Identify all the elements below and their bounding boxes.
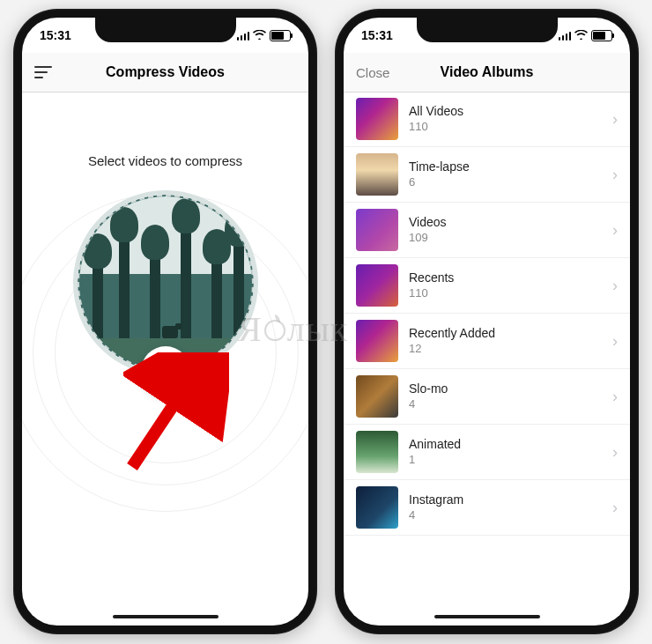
album-count: 110 <box>409 286 602 300</box>
cellular-signal-icon <box>559 31 572 41</box>
album-list: All Videos110›Time-lapse6›Videos109›Rece… <box>344 92 630 536</box>
navbar-compress: Compress Videos <box>22 53 308 93</box>
album-text: Time-lapse6 <box>409 159 602 189</box>
album-thumbnail <box>356 264 398 307</box>
album-thumbnail <box>356 486 398 529</box>
select-area: Select videos to compress + Get the Pro … <box>22 92 308 625</box>
screen-compress: 15:31 Compress Videos <box>22 18 308 625</box>
album-name: Slo-mo <box>409 381 602 397</box>
chevron-right-icon: › <box>612 443 618 462</box>
album-row[interactable]: All Videos110› <box>344 92 630 147</box>
album-thumbnail <box>356 98 398 140</box>
chevron-right-icon: › <box>612 388 618 406</box>
select-videos-label: Select videos to compress <box>88 153 242 168</box>
album-text: Videos109 <box>409 215 602 245</box>
phone-compress: 15:31 Compress Videos <box>13 9 317 634</box>
notch <box>95 18 236 42</box>
hamburger-icon <box>34 66 52 78</box>
battery-icon <box>270 30 291 41</box>
album-thumbnail <box>356 153 398 196</box>
album-count: 4 <box>409 397 602 411</box>
plus-icon: + <box>158 356 174 386</box>
forest-illustration[interactable] <box>78 195 254 371</box>
home-indicator[interactable] <box>113 615 219 618</box>
navbar-albums: Close Video Albums <box>344 53 630 93</box>
chevron-right-icon: › <box>612 277 618 295</box>
album-row[interactable]: Recently Added12› <box>344 314 630 369</box>
album-thumbnail <box>356 431 398 473</box>
album-name: Instagram <box>409 492 602 508</box>
add-videos-button[interactable]: + <box>141 346 190 396</box>
chevron-right-icon: › <box>612 166 618 184</box>
album-count: 109 <box>409 231 602 245</box>
cellular-signal-icon <box>237 31 250 41</box>
album-row[interactable]: Animated1› <box>344 425 630 480</box>
menu-button[interactable] <box>34 66 52 78</box>
album-row[interactable]: Videos109› <box>344 203 630 258</box>
chevron-right-icon: › <box>612 221 618 240</box>
album-name: Time-lapse <box>409 159 602 175</box>
album-text: Instagram4 <box>409 492 602 522</box>
album-name: Animated <box>409 437 602 453</box>
status-time: 15:31 <box>40 28 71 42</box>
album-count: 1 <box>409 453 602 467</box>
album-text: Animated1 <box>409 437 602 467</box>
close-button[interactable]: Close <box>356 65 389 80</box>
home-indicator[interactable] <box>434 615 540 618</box>
album-row[interactable]: Time-lapse6› <box>344 147 630 203</box>
album-text: Recents110 <box>409 270 602 300</box>
album-name: Recents <box>409 270 602 286</box>
wifi-icon <box>253 29 266 42</box>
album-name: Recently Added <box>409 326 602 342</box>
album-row[interactable]: Slo-mo4› <box>344 369 630 425</box>
album-thumbnail <box>356 209 398 251</box>
album-row[interactable]: Recents110› <box>344 258 630 314</box>
album-text: Recently Added12 <box>409 326 602 356</box>
notch <box>417 18 558 42</box>
get-pro-link[interactable]: Get the Pro version <box>112 624 219 625</box>
chevron-right-icon: › <box>612 110 618 129</box>
chevron-right-icon: › <box>612 499 618 517</box>
album-count: 6 <box>409 175 602 189</box>
album-count: 12 <box>409 342 602 356</box>
album-thumbnail <box>356 375 398 418</box>
album-text: Slo-mo4 <box>409 381 602 411</box>
album-count: 110 <box>409 120 602 134</box>
battery-icon <box>591 30 612 41</box>
chevron-right-icon: › <box>612 332 618 351</box>
album-thumbnail <box>356 320 398 362</box>
wifi-icon <box>574 29 588 42</box>
album-name: Videos <box>409 215 602 231</box>
album-row[interactable]: Instagram4› <box>344 480 630 536</box>
page-title: Video Albums <box>441 64 534 80</box>
album-count: 4 <box>409 508 602 522</box>
page-title: Compress Videos <box>106 64 225 80</box>
album-text: All Videos110 <box>409 104 602 134</box>
screen-albums: 15:31 Close Video Albums All Videos110›T… <box>344 18 630 625</box>
album-name: All Videos <box>409 104 602 120</box>
albums-content: All Videos110›Time-lapse6›Videos109›Rece… <box>344 92 630 625</box>
phone-albums: 15:31 Close Video Albums All Videos110›T… <box>335 9 639 634</box>
status-time: 15:31 <box>361 28 393 42</box>
